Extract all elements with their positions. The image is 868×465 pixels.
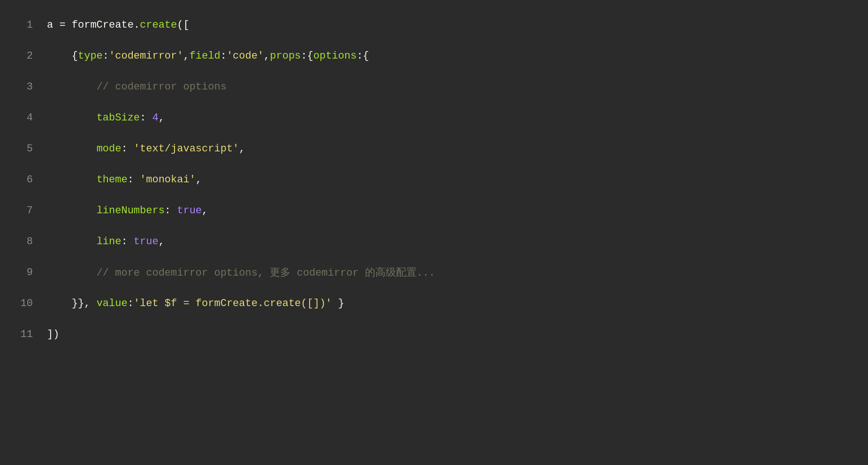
line-content: // codemirror options — [47, 81, 227, 93]
token: , — [84, 298, 96, 309]
token — [47, 298, 72, 309]
token: , — [196, 174, 202, 186]
token: :{ — [357, 50, 369, 62]
code-line: 11]) — [0, 319, 868, 350]
token: true — [134, 236, 159, 248]
token: { — [47, 50, 78, 62]
line-content: // more codemirror options, 更多 codemirro… — [47, 265, 435, 279]
token: options — [313, 50, 357, 62]
token: . — [134, 19, 140, 31]
code-line: 4 tabSize: 4, — [0, 102, 868, 133]
code-line: 2 {type:'codemirror',field:'code',props:… — [0, 40, 868, 71]
token: value — [97, 298, 128, 309]
token: true — [177, 205, 202, 217]
line-number: 1 — [9, 19, 33, 31]
token: 'text/javascript' — [134, 143, 239, 155]
token: formCreate — [72, 19, 134, 31]
line-number: 8 — [9, 236, 33, 248]
token: { — [307, 50, 313, 62]
token: : — [128, 298, 134, 309]
token: a — [47, 19, 53, 31]
token: line — [97, 236, 122, 248]
token: 'let $f = formCreate.create([])' — [134, 298, 338, 309]
token: 4 — [152, 112, 158, 124]
token: tabSize — [97, 112, 140, 124]
token: create — [140, 19, 177, 31]
token: : — [165, 205, 177, 217]
code-line: 7 lineNumbers: true, — [0, 195, 868, 226]
code-line: 5 mode: 'text/javascript', — [0, 133, 868, 164]
token: props — [270, 50, 301, 62]
token — [47, 174, 97, 186]
token: ([ — [177, 19, 189, 31]
token — [47, 81, 97, 93]
token: 'codemirror' — [109, 50, 183, 62]
token — [47, 143, 97, 155]
token: : — [103, 50, 109, 62]
token: 'code' — [227, 50, 264, 62]
token: mode — [97, 143, 122, 155]
token: }} — [72, 298, 84, 309]
line-number: 4 — [9, 112, 33, 124]
token: } — [338, 298, 344, 309]
line-number: 6 — [9, 174, 33, 186]
token: type — [78, 50, 103, 62]
token: : — [301, 50, 307, 62]
line-content: a = formCreate.create([ — [47, 19, 190, 31]
line-content: {type:'codemirror',field:'code',props:{o… — [47, 50, 369, 62]
line-content: }}, value:'let $f = formCreate.create([]… — [47, 298, 344, 309]
code-line: 1a = formCreate.create([ — [0, 9, 868, 40]
token: : — [121, 236, 133, 248]
token: , — [264, 50, 270, 62]
token: : — [128, 174, 140, 186]
token: , — [239, 143, 245, 155]
line-content: mode: 'text/javascript', — [47, 143, 245, 155]
token: , — [159, 236, 165, 248]
code-line: 8 line: true, — [0, 226, 868, 257]
token — [47, 112, 97, 124]
code-editor: 1a = formCreate.create([2 {type:'codemir… — [0, 0, 868, 465]
line-content: tabSize: 4, — [47, 112, 165, 124]
line-number: 11 — [9, 329, 33, 340]
token: , — [202, 205, 208, 217]
code-line: 3 // codemirror options — [0, 71, 868, 102]
token — [47, 236, 97, 248]
token: : — [221, 50, 227, 62]
line-number: 7 — [9, 205, 33, 217]
code-line: 9 // more codemirror options, 更多 codemir… — [0, 257, 868, 288]
token: // codemirror options — [97, 81, 227, 93]
token: theme — [97, 174, 128, 186]
line-number: 10 — [9, 298, 33, 309]
line-number: 2 — [9, 50, 33, 62]
token — [47, 205, 97, 217]
token: 'monokai' — [140, 174, 196, 186]
line-content: ]) — [47, 329, 59, 340]
line-number: 5 — [9, 143, 33, 155]
token: lineNumbers — [97, 205, 165, 217]
line-content: line: true, — [47, 236, 165, 248]
token: ]) — [47, 329, 59, 340]
token: , — [183, 50, 189, 62]
token — [47, 267, 97, 279]
line-number: 9 — [9, 267, 33, 278]
line-content: lineNumbers: true, — [47, 205, 208, 217]
token: field — [190, 50, 221, 62]
token: = — [53, 19, 72, 31]
line-number: 3 — [9, 81, 33, 93]
code-line: 10 }}, value:'let $f = formCreate.create… — [0, 288, 868, 319]
code-line: 6 theme: 'monokai', — [0, 164, 868, 195]
token: , — [159, 112, 165, 124]
token: : — [140, 112, 152, 124]
token: : — [121, 143, 133, 155]
line-content: theme: 'monokai', — [47, 174, 202, 186]
token: // more codemirror options, 更多 codemirro… — [97, 267, 435, 279]
